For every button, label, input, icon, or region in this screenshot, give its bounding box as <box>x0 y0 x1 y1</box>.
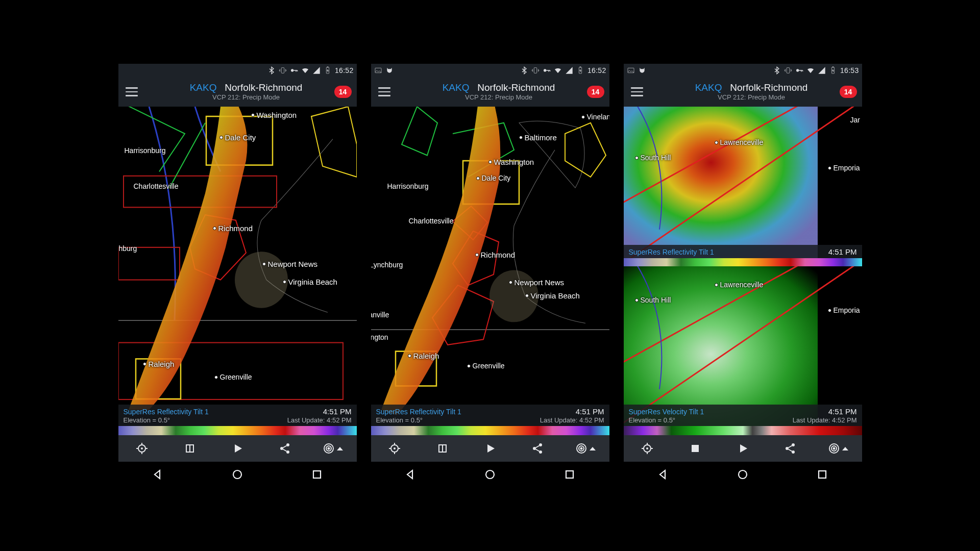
elevation-label: Elevation = 0.5° <box>629 416 676 424</box>
city-label: Richmond <box>475 251 516 259</box>
city-name: Raleigh <box>149 360 175 368</box>
menu-button[interactable] <box>124 83 141 101</box>
nav-recents-button[interactable] <box>297 462 337 487</box>
city-dot-icon <box>715 283 718 287</box>
city-dot-icon <box>828 166 831 170</box>
svg-rect-0 <box>281 68 284 73</box>
header-title[interactable]: KAKQ Norfolk-Richmond VCP 212: Precip Mo… <box>394 82 604 102</box>
last-update: Last Update: 4:52 PM <box>793 416 857 424</box>
city-dot-icon <box>715 141 718 144</box>
city-name: Newport News <box>514 278 565 287</box>
share-button[interactable] <box>775 435 805 462</box>
city-dot-icon <box>213 227 216 230</box>
nav-back-button[interactable] <box>137 462 178 487</box>
svg-rect-43 <box>787 68 789 73</box>
svg-point-50 <box>646 447 648 449</box>
bottom-toolbar <box>624 435 862 462</box>
wifi-icon <box>554 66 562 74</box>
city-label: anville <box>371 311 389 319</box>
radar-options-button[interactable] <box>317 435 348 462</box>
city-labels: South HillLawrencevilleEmporia <box>624 266 862 426</box>
nav-back-button[interactable] <box>390 462 431 487</box>
vibrate-icon <box>531 66 540 74</box>
city-name: Baltimore <box>525 133 557 142</box>
radar-map[interactable]: WashingtonDale CityHarrisonburgCharlotte… <box>118 107 357 426</box>
radar-dual-pane[interactable]: South HillLawrencevilleEmporiaJar SuperR… <box>624 107 862 426</box>
menu-button[interactable] <box>376 83 394 101</box>
nav-recents-button[interactable] <box>549 462 590 487</box>
svg-point-40 <box>486 470 494 479</box>
city-label: Harrisonburg <box>125 146 166 155</box>
radar-options-button[interactable] <box>570 435 601 462</box>
station-location: Norfolk-Richmond <box>730 82 807 93</box>
city-name: anville <box>371 311 389 319</box>
play-button[interactable] <box>475 435 505 462</box>
single-view-button[interactable] <box>680 435 710 462</box>
radar-map[interactable]: VinelandBaltimoreWashingtonDale CityHarr… <box>371 107 609 426</box>
screenshot-container: 16:52 KAKQ Norfolk-Richmond VCP 212: Pre… <box>114 64 866 487</box>
alert-badge[interactable]: 14 <box>840 86 857 98</box>
city-label: Emporia <box>828 164 860 172</box>
svg-rect-21 <box>313 471 321 478</box>
signal-icon <box>565 66 573 74</box>
city-label: Charlottesville <box>409 217 454 225</box>
svg-point-31 <box>394 447 396 449</box>
nav-recents-button[interactable] <box>802 462 843 487</box>
city-dot-icon <box>251 113 255 117</box>
signal-icon <box>312 66 321 74</box>
bluetooth-icon <box>267 66 276 74</box>
city-name: Dale City <box>482 174 511 182</box>
header-title[interactable]: KAKQ Norfolk-Richmond VCP 212: Precip Mo… <box>141 82 352 102</box>
city-name: Raleigh <box>413 352 439 360</box>
city-dot-icon <box>467 364 471 368</box>
alert-badge[interactable]: 14 <box>334 86 352 98</box>
svg-point-53 <box>786 447 789 450</box>
gps-locate-button[interactable] <box>379 435 410 462</box>
tilt-view-button[interactable] <box>427 435 458 462</box>
svg-point-24 <box>544 69 546 71</box>
nav-back-button[interactable] <box>643 462 683 487</box>
share-button[interactable] <box>522 435 553 462</box>
product-info-bar-bottom: SuperRes Velocity Tilt 1 4:51 PM Elevati… <box>624 405 862 426</box>
velocity-pane[interactable]: South HillLawrencevilleEmporia SuperRes … <box>624 266 862 426</box>
city-name: Charlottesville <box>409 217 454 225</box>
gps-locate-button[interactable] <box>632 435 663 462</box>
share-button[interactable] <box>270 435 300 462</box>
city-name: Lynchburg <box>371 261 403 269</box>
city-label: Newport News <box>262 260 318 268</box>
city-label: Virginia Beach <box>283 278 337 286</box>
play-button[interactable] <box>222 435 253 462</box>
svg-point-1 <box>291 69 293 71</box>
vcp-mode: VCP 212: Precip Mode <box>465 94 532 102</box>
city-name: South Hill <box>641 296 671 304</box>
menu-button[interactable] <box>629 83 646 101</box>
city-label: Charlottesville <box>134 182 179 190</box>
nav-home-button[interactable] <box>217 462 258 487</box>
svg-rect-51 <box>692 445 699 452</box>
gps-locate-button[interactable] <box>127 435 157 462</box>
android-nav-bar <box>118 462 357 487</box>
city-dot-icon <box>219 136 223 139</box>
city-name: Virginia Beach <box>288 278 337 286</box>
header-title[interactable]: KAKQ Norfolk-Richmond VCP 212: Precip Mo… <box>646 82 857 102</box>
city-dot-icon <box>143 362 146 366</box>
city-name: Lawrenceville <box>720 281 764 289</box>
svg-point-39 <box>580 448 582 449</box>
play-button[interactable] <box>727 435 758 462</box>
reflectivity-pane[interactable]: South HillLawrencevilleEmporiaJar SuperR… <box>624 107 862 266</box>
color-scale-reflectivity <box>118 426 357 435</box>
svg-point-14 <box>286 443 289 446</box>
alert-badge[interactable]: 14 <box>587 86 604 98</box>
tilt-view-button[interactable] <box>175 435 205 462</box>
product-time: 4:51 PM <box>828 407 857 416</box>
nav-home-button[interactable] <box>470 462 510 487</box>
vibrate-icon <box>784 66 792 74</box>
city-dot-icon <box>635 156 639 160</box>
svg-rect-41 <box>566 471 573 478</box>
radar-options-button[interactable] <box>823 435 853 462</box>
city-label: Baltimore <box>519 133 557 142</box>
city-name: Richmond <box>481 251 516 259</box>
city-dot-icon <box>509 281 512 284</box>
nav-home-button[interactable] <box>722 462 763 487</box>
city-name: Lawrenceville <box>720 138 764 146</box>
